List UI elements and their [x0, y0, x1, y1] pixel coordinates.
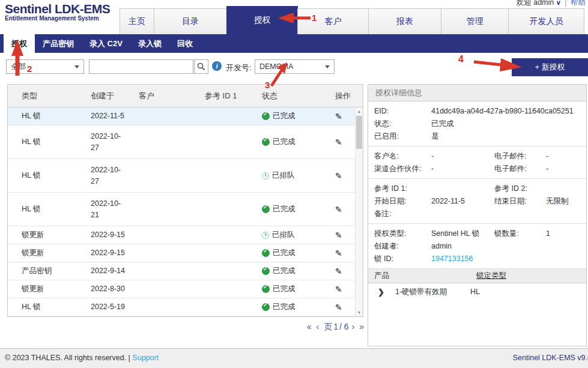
col-created[interactable]: 创建于: [91, 91, 139, 101]
table-row[interactable]: 锁更新 2022-9-15 已完成: [8, 244, 363, 262]
edit-icon[interactable]: [335, 231, 342, 240]
table-row[interactable]: HL 锁 2022-10-21 已完成: [8, 193, 363, 226]
table-row[interactable]: HL 锁 2022-5-19 已完成: [8, 298, 363, 316]
email-value: -: [546, 163, 586, 174]
tab-entitlements[interactable]: 授权: [226, 6, 298, 34]
status-icon: [262, 249, 270, 257]
sub-nav: 授权 产品密钥 录入 C2V 录入锁 回收: [0, 34, 588, 53]
entitlements-table: 类型 创建于 客户 参考 ID 1 状态 操作 HL 锁 2022-11-5 已…: [7, 84, 363, 317]
caret-down-icon: [74, 65, 79, 68]
subtab-checkin-key[interactable]: 录入锁: [130, 34, 169, 53]
edit-icon[interactable]: [335, 112, 342, 121]
table-row[interactable]: HL 锁 2022-10-27 已完成: [8, 125, 363, 159]
status-text: 已完成: [273, 248, 296, 258]
table-row[interactable]: 产品密钥 2022-9-14 已完成: [8, 262, 363, 280]
support-link[interactable]: Support: [132, 354, 159, 362]
info-icon[interactable]: i: [212, 61, 222, 71]
table-row[interactable]: HL 锁 2022-11-5 已完成: [8, 107, 363, 125]
status-icon: [262, 138, 270, 146]
edit-icon[interactable]: [335, 171, 342, 181]
divider: |: [565, 0, 566, 7]
type-filter-value: 全部: [11, 62, 26, 72]
scrollbar-thumb[interactable]: [356, 116, 362, 149]
edit-icon[interactable]: [335, 267, 342, 276]
edit-icon[interactable]: [335, 205, 342, 214]
search-button[interactable]: [194, 59, 208, 74]
creator-value: admin: [431, 241, 586, 252]
subtab-checkin-c2v[interactable]: 录入 C2V: [82, 34, 130, 53]
lock-count-value: 1: [546, 228, 586, 239]
subtab-product-keys[interactable]: 产品密钥: [35, 34, 82, 53]
customer-label: 客户名:: [374, 151, 431, 161]
lock-id-link[interactable]: 1947133156: [431, 253, 586, 264]
lock-count-label: 锁数量:: [494, 228, 546, 239]
tab-customers[interactable]: 客户: [297, 8, 369, 34]
col-lock-type[interactable]: 锁定类型: [476, 271, 586, 281]
status-cell: 已完成: [256, 266, 328, 276]
product-row[interactable]: 1-硬锁带有效期 HL: [368, 283, 586, 300]
scroll-up-icon[interactable]: ▲: [356, 107, 363, 115]
version-text: Sentinel LDK-EMS v9.0: [513, 354, 588, 362]
type-cell: 锁更新: [8, 284, 91, 294]
user-menu: 欢迎 admin ∨ | 帮助: [517, 0, 586, 8]
tab-administration[interactable]: 管理: [441, 8, 509, 34]
expand-chevron-icon[interactable]: [368, 288, 395, 297]
col-ref-id[interactable]: 参考 ID 1: [205, 91, 256, 101]
table-row[interactable]: 锁更新 2022-9-15 已排队: [8, 226, 363, 244]
status-text: 已排队: [272, 230, 295, 240]
type-cell: HL 锁: [8, 302, 91, 312]
prev-page-button[interactable]: ‹: [316, 322, 319, 331]
tab-home[interactable]: 主页: [120, 8, 154, 34]
table-header: 类型 创建于 客户 参考 ID 1 状态 操作: [8, 85, 363, 107]
status-icon: [262, 303, 270, 311]
ref1-value: [431, 183, 494, 194]
new-entitlement-button[interactable]: + 新授权: [512, 58, 588, 76]
vendor-select[interactable]: DEMOMA: [255, 59, 335, 74]
details-section-type: 授权类型:Sentinel HL 锁 锁数量:1 创建者:admin 锁 ID:…: [368, 224, 586, 269]
type-cell: HL 锁: [8, 137, 91, 147]
status-text: 已排队: [272, 170, 295, 181]
status-label: 状态:: [374, 118, 431, 129]
status-value: 已完成: [431, 118, 586, 129]
remarks-value: [431, 208, 586, 219]
edit-icon[interactable]: [335, 249, 342, 258]
edit-icon[interactable]: [335, 285, 342, 294]
next-page-button[interactable]: ›: [352, 322, 355, 331]
search-input[interactable]: [89, 59, 193, 74]
table-scrollbar[interactable]: ▲ ▼: [355, 107, 363, 316]
first-page-button[interactable]: «: [307, 322, 312, 331]
edit-icon[interactable]: [335, 303, 342, 312]
col-status[interactable]: 状态: [256, 91, 328, 101]
status-icon: [262, 267, 270, 275]
email-label: 电子邮件:: [494, 163, 546, 174]
table-row[interactable]: HL 锁 2022-10-27 已排队: [8, 159, 363, 193]
remarks-label: 备注:: [374, 208, 431, 219]
created-cell: 2022-10-27: [91, 131, 139, 154]
entitlement-type-label: 授权类型:: [374, 228, 431, 239]
help-link[interactable]: 帮助: [571, 0, 586, 7]
scroll-down-icon[interactable]: ▼: [356, 309, 363, 316]
product-lock-type: HL: [470, 288, 586, 296]
tab-reports[interactable]: 报表: [368, 8, 441, 34]
subtab-entitlements[interactable]: 授权: [4, 34, 35, 53]
col-type[interactable]: 类型: [8, 91, 91, 101]
tab-catalog[interactable]: 目录: [154, 8, 227, 34]
last-page-button[interactable]: »: [359, 322, 364, 331]
type-cell: 锁更新: [8, 248, 91, 258]
col-customer[interactable]: 客户: [139, 91, 205, 101]
lock-id-label: 锁 ID:: [374, 253, 431, 264]
type-cell: 锁更新: [8, 230, 91, 240]
table-row[interactable]: 锁更新 2022-8-30 已完成: [8, 280, 363, 298]
created-cell: 2022-9-14: [91, 265, 139, 277]
status-cell: 已完成: [256, 302, 328, 312]
created-cell: 2022-5-19: [91, 301, 139, 313]
current-page[interactable]: 1: [333, 322, 338, 331]
subtab-recycle[interactable]: 回收: [169, 34, 201, 53]
tab-developers[interactable]: 开发人员: [508, 8, 584, 34]
footer: © 2023 THALES. All rights reserved. | Su…: [0, 348, 588, 368]
edit-icon[interactable]: [335, 137, 342, 147]
type-filter-select[interactable]: 全部: [6, 59, 84, 74]
chevron-down-icon[interactable]: ∨: [556, 0, 561, 6]
creator-label: 创建者:: [374, 241, 431, 252]
welcome-text[interactable]: 欢迎 admin: [517, 0, 554, 7]
